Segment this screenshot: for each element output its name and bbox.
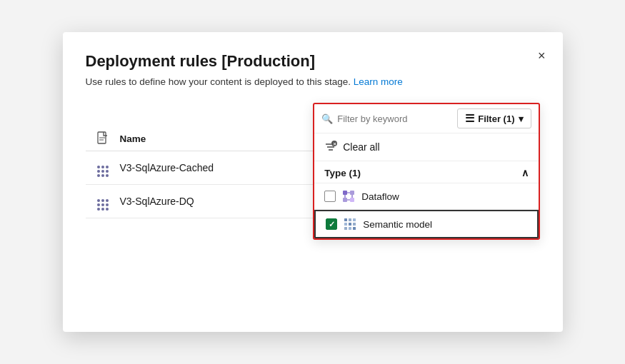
svg-rect-7 bbox=[350, 191, 354, 195]
filter-option-dataflow[interactable]: Dataflow bbox=[314, 183, 538, 210]
svg-rect-17 bbox=[344, 223, 347, 226]
filter-button[interactable]: ☰ Filter (1) ▾ bbox=[457, 108, 531, 128]
svg-rect-9 bbox=[350, 198, 354, 202]
semantic-model-label: Semantic model bbox=[363, 219, 432, 230]
svg-rect-16 bbox=[353, 218, 356, 221]
dialog-title: Deployment rules [Production] bbox=[86, 52, 540, 71]
deployment-rules-dialog: × Deployment rules [Production] Use rule… bbox=[63, 32, 563, 332]
semantic-model-checkbox[interactable] bbox=[326, 218, 337, 230]
clear-all-row[interactable]: ✕ Clear all bbox=[314, 133, 538, 161]
row-2-type-icon bbox=[97, 199, 109, 211]
filter-panel: 🔍 ☰ Filter (1) ▾ bbox=[313, 103, 539, 240]
semantic-model-icon bbox=[343, 217, 357, 231]
svg-rect-18 bbox=[349, 223, 351, 226]
row-1-type-icon bbox=[97, 166, 109, 177]
svg-rect-15 bbox=[349, 218, 351, 221]
svg-text:✕: ✕ bbox=[333, 142, 336, 146]
clear-all-label: Clear all bbox=[343, 141, 379, 153]
row-2-icon bbox=[86, 192, 120, 211]
close-button[interactable]: × bbox=[535, 46, 549, 65]
dataflow-checkbox[interactable] bbox=[324, 191, 336, 202]
dataflow-label: Dataflow bbox=[361, 191, 399, 202]
svg-rect-6 bbox=[343, 191, 347, 195]
toolbar-row: 🔍 Filter by keyword 🔍 ☰ Filter (1) ▾ bbox=[86, 103, 540, 123]
dialog-subtitle: Use rules to define how your content is … bbox=[86, 76, 540, 87]
panel-search-icon: 🔍 bbox=[321, 113, 333, 124]
row-1-icon bbox=[86, 158, 120, 177]
table-col-icon-header bbox=[86, 131, 120, 146]
filter-dropdown-wrapper: 🔍 ☰ Filter (1) ▾ bbox=[313, 103, 539, 240]
svg-rect-21 bbox=[349, 227, 351, 230]
filter-keyword-input[interactable] bbox=[337, 113, 457, 124]
svg-rect-19 bbox=[353, 223, 356, 226]
collapse-icon[interactable]: ∧ bbox=[521, 167, 529, 178]
svg-rect-14 bbox=[344, 218, 347, 221]
filter-panel-search-row: 🔍 ☰ Filter (1) ▾ bbox=[314, 104, 538, 133]
dataflow-icon bbox=[341, 189, 356, 203]
filter-lines-icon: ☰ bbox=[465, 112, 474, 125]
type-section-header: Type (1) ∧ bbox=[314, 161, 538, 183]
learn-more-link[interactable]: Learn more bbox=[354, 76, 403, 87]
svg-rect-8 bbox=[343, 198, 347, 202]
svg-rect-20 bbox=[344, 227, 347, 230]
filter-option-semantic-model[interactable]: Semantic model bbox=[314, 210, 538, 238]
clear-all-icon: ✕ bbox=[324, 141, 337, 153]
type-section-label: Type (1) bbox=[324, 168, 361, 178]
chevron-down-icon: ▾ bbox=[519, 113, 524, 124]
svg-rect-22 bbox=[353, 227, 356, 230]
